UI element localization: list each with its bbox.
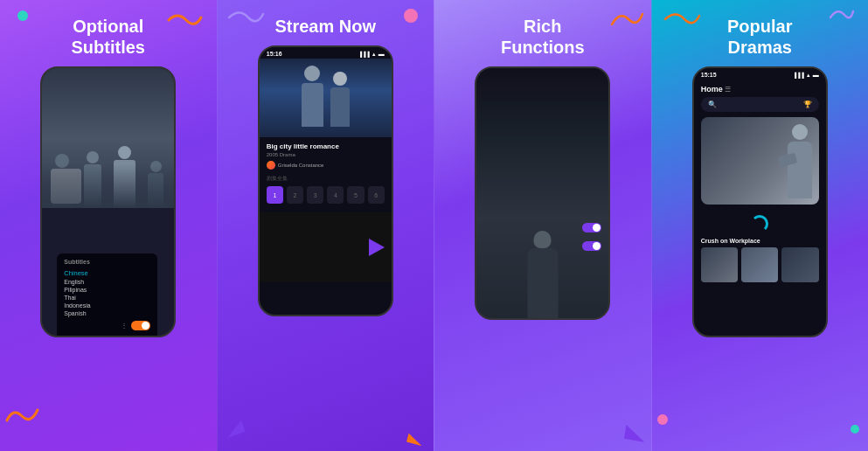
battery-icon: ▬: [378, 51, 385, 57]
episode-list: 1 2 3 4 5 6: [267, 186, 385, 207]
deco-triangle-left: [223, 420, 245, 439]
search-left: 🔍: [708, 101, 720, 108]
subtitle-spanish[interactable]: Spanish: [64, 309, 150, 317]
battery-icon-4: ▬: [813, 72, 819, 78]
loading-circle: [751, 215, 768, 232]
deco-squiggle-3: [226, 5, 266, 30]
episode-2[interactable]: 2: [287, 186, 303, 204]
phone-4: 15:15 ▐▐▐ ▲ ▬ Home ☰ 🔍 🏆: [692, 66, 828, 337]
signal-icon-4: ▐▐▐: [793, 73, 804, 78]
person-foreground: [51, 169, 81, 204]
deco-pink-circle-2: [657, 414, 668, 425]
home-header: Home ☰: [694, 80, 826, 97]
deco-triangle-right: [406, 434, 424, 446]
subtitle-indonesia[interactable]: Indonesia: [64, 302, 150, 309]
panel-3-title: Rich Functions: [501, 16, 585, 58]
drama-banner[interactable]: [701, 117, 819, 205]
phone-3: ▷| Playback Speed 1.0X ⊡ Full-screen mod…: [475, 66, 610, 320]
episode-5[interactable]: 5: [347, 186, 364, 204]
deco-squiggle-4: [609, 7, 644, 29]
status-time-4: 15:15: [701, 72, 717, 78]
status-bar-4: 15:15 ▐▐▐ ▲ ▬: [694, 68, 826, 80]
thumb-img-2: [741, 247, 778, 282]
mini-thumb-2[interactable]: [741, 247, 778, 282]
subtitle-english[interactable]: English: [64, 278, 150, 286]
subtitle-footer: ⋮: [64, 321, 150, 330]
author-avatar: [267, 161, 275, 170]
mini-thumbnails: [694, 247, 826, 282]
signal-icon: ▐▐▐: [358, 52, 370, 57]
search-bar[interactable]: 🔍 🏆: [701, 97, 819, 112]
couple-scene: [260, 59, 392, 137]
panel-2-title: Stream Now: [274, 16, 376, 37]
mini-thumb-3[interactable]: [781, 247, 818, 282]
car-scene: [476, 68, 608, 195]
subtitle-toggle[interactable]: [131, 321, 150, 330]
wifi-icon: ▲: [372, 52, 377, 57]
status-bar-2: 15:16 ▐▐▐ ▲ ▬: [260, 47, 392, 59]
status-icons-4: ▐▐▐ ▲ ▬: [793, 72, 819, 78]
car-interior: [476, 68, 608, 195]
deco-squiggle-1: [164, 7, 204, 33]
drama-scene-1: [42, 68, 174, 208]
panel-4-title: Popular Dramas: [727, 16, 792, 58]
wifi-icon-4: ▲: [806, 73, 811, 78]
play-button[interactable]: [369, 239, 385, 256]
loading-area: [694, 208, 826, 238]
chapter-label: 剧集全集: [267, 175, 385, 183]
episode-4[interactable]: 4: [327, 186, 344, 204]
panel-stream-now: Stream Now 15:16 ▐▐▐ ▲ ▬: [217, 0, 434, 451]
panel-rich-functions: Rich Functions ▷| Pla: [434, 0, 651, 451]
video-thumbnail: [260, 59, 392, 137]
status-time-2: 15:16: [267, 51, 282, 57]
crush-title: Crush on Workplace: [694, 238, 826, 247]
play-area: [260, 212, 392, 282]
mini-thumb-1[interactable]: [701, 247, 738, 282]
fullscreen-toggle[interactable]: [582, 223, 601, 232]
author-name: Griselda Constance: [278, 163, 324, 168]
home-title: Home ☰: [701, 85, 732, 94]
person-left: [302, 66, 323, 127]
person-right: [330, 72, 350, 127]
subtitle-pilipinas[interactable]: Pilipinas: [64, 286, 150, 294]
deco-pink-circle: [404, 9, 418, 23]
drama-author: Griselda Constance: [267, 161, 385, 170]
banner-person: [788, 124, 812, 198]
phone-2: 15:16 ▐▐▐ ▲ ▬: [258, 45, 393, 316]
trophy-icon: 🏆: [803, 101, 812, 108]
episode-1[interactable]: 1: [267, 186, 283, 204]
panel-1-title: Optional Subtitles: [72, 16, 145, 58]
episode-6[interactable]: 6: [368, 186, 385, 204]
deco-squiggle-2: [4, 403, 39, 425]
couple-silhouettes: [302, 66, 350, 131]
drama-genre: 2005 Drama: [267, 152, 385, 157]
episode-3[interactable]: 3: [307, 186, 323, 204]
thumb-img-1: [701, 247, 738, 282]
subtitle-panel: Subtitles Chinese English Pilipinas Thai…: [57, 253, 157, 336]
thumb-img-3: [781, 247, 818, 282]
phone-1: Subtitles Chinese English Pilipinas Thai…: [40, 66, 176, 337]
menu-icon[interactable]: ☰: [725, 86, 731, 94]
deco-triangle-3: [623, 425, 646, 442]
subtitle-panel-title: Subtitles: [64, 259, 150, 265]
subtitle-thai[interactable]: Thai: [64, 294, 150, 302]
banner-bg: [701, 117, 819, 205]
drama-info: Big city little romance 2005 Drama Grise…: [260, 137, 392, 212]
status-icons-2: ▐▐▐ ▲ ▬: [358, 51, 385, 57]
panel-optional-subtitles: Optional Subtitles: [0, 0, 217, 451]
subtitle-chinese[interactable]: Chinese: [64, 267, 150, 278]
deco-squiggle-5: [663, 7, 702, 31]
deco-teal-circle: [17, 10, 28, 21]
overlay: [476, 68, 608, 195]
panel-popular-dramas: Popular Dramas 15:15 ▐▐▐ ▲ ▬ Home ☰ 🔍 🏆: [651, 0, 869, 451]
deco-teal-circle-2: [851, 425, 859, 434]
background-toggle[interactable]: [582, 241, 601, 251]
drama-title: Big city little romance: [267, 142, 385, 150]
search-icon: 🔍: [708, 101, 717, 108]
subtitle-settings-icon: ⋮: [121, 322, 128, 330]
deco-squiggle-6: [829, 4, 855, 22]
